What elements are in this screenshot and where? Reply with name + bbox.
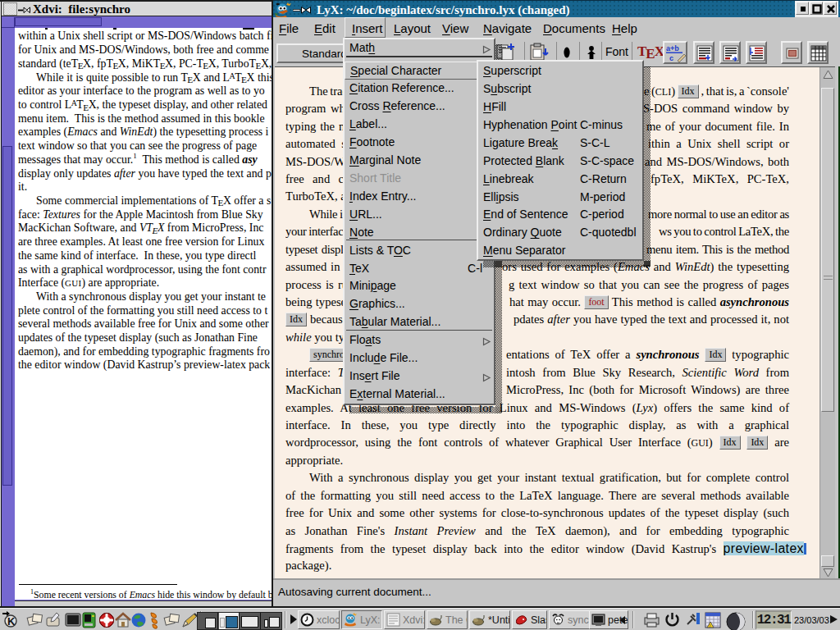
svg-text:a+b: a+b <box>666 44 679 52</box>
svg-text:K: K <box>7 615 16 628</box>
svg-text:c: c <box>669 54 673 62</box>
